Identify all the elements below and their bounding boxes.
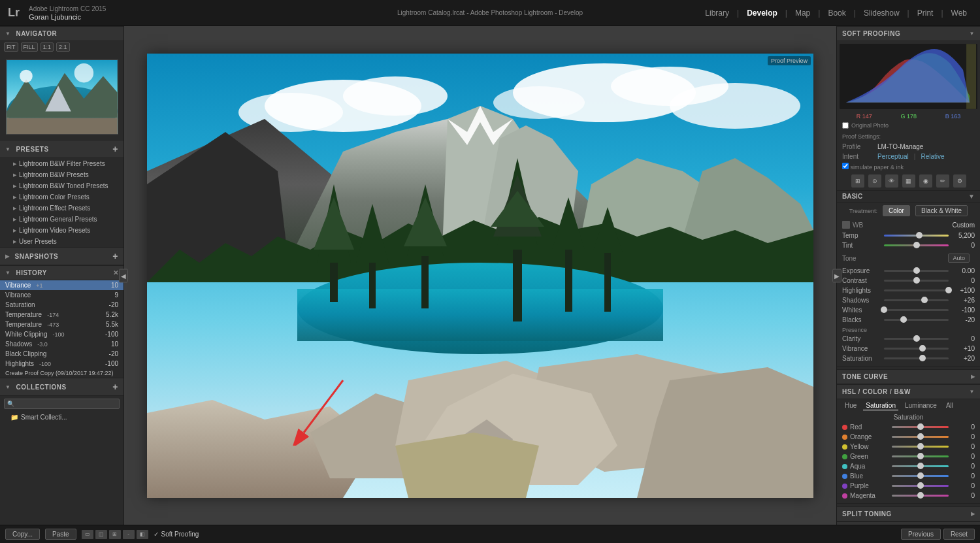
shadows-track[interactable] <box>884 299 949 301</box>
radial-filter-tool[interactable]: ◉ <box>919 174 932 188</box>
snapshots-header[interactable]: ▶ Snapshots + <box>0 247 123 265</box>
split-toning-header[interactable]: Split Toning ▶ <box>837 506 980 521</box>
hsl-tab-saturation[interactable]: Saturation <box>863 401 898 410</box>
nav-map[interactable]: Map <box>790 6 815 20</box>
soft-proofing-header[interactable]: Soft Proofing ▼ <box>837 26 980 41</box>
collections-search-input[interactable] <box>4 399 120 409</box>
contrast-thumb[interactable] <box>913 277 920 284</box>
tint-track[interactable] <box>884 244 949 246</box>
saturation-track[interactable] <box>884 357 949 359</box>
nav-book[interactable]: Book <box>823 6 851 20</box>
view-compare[interactable]: ◫ <box>95 530 107 539</box>
collections-add-btn[interactable]: + <box>112 382 118 392</box>
clarity-thumb[interactable] <box>913 335 920 342</box>
shadows-thumb[interactable] <box>921 297 928 303</box>
history-item[interactable]: Saturation -20 <box>0 300 123 310</box>
hsl-green-thumb[interactable] <box>917 453 924 459</box>
blacks-thumb[interactable] <box>900 316 907 323</box>
hsl-tab-hue[interactable]: Hue <box>842 401 859 410</box>
presets-add-btn[interactable]: + <box>112 144 118 154</box>
auto-btn[interactable]: Auto <box>948 254 970 263</box>
history-close[interactable]: ✕ <box>113 269 119 276</box>
preset-item[interactable]: ▶Lightroom Color Presets <box>0 191 123 203</box>
nav-slideshow[interactable]: Slideshow <box>858 6 905 20</box>
preset-item[interactable]: ▶Lightroom B&W Filter Presets <box>0 158 123 169</box>
nav-web[interactable]: Web <box>946 6 972 20</box>
preset-item[interactable]: ▶User Presets <box>0 236 123 247</box>
hsl-purple-track[interactable] <box>892 485 949 487</box>
tint-thumb[interactable] <box>913 242 920 248</box>
vibrance-thumb[interactable] <box>919 345 926 352</box>
highlights-track[interactable] <box>884 289 949 291</box>
temp-track[interactable] <box>884 235 949 237</box>
original-photo-checkbox[interactable] <box>842 122 849 129</box>
saturation-thumb[interactable] <box>919 355 926 361</box>
collections-item-smart[interactable]: 📁 Smart Collecti... <box>0 412 123 423</box>
view-before-after[interactable]: ◧ <box>137 530 148 539</box>
preset-item[interactable]: ▶Lightroom Video Presets <box>0 225 123 236</box>
hsl-aqua-track[interactable] <box>892 465 949 467</box>
collections-header[interactable]: ▼ Collections + <box>0 378 123 396</box>
history-header[interactable]: ▼ History ✕ <box>0 265 123 280</box>
wb-eyedropper[interactable] <box>842 221 850 229</box>
history-item[interactable]: Black Clipping -20 <box>0 349 123 359</box>
hsl-orange-track[interactable] <box>892 436 949 438</box>
preset-item[interactable]: ▶Lightroom B&W Presets <box>0 169 123 180</box>
right-panel-collapse[interactable]: ▶ <box>832 269 841 282</box>
history-item[interactable]: Temperature-174 5.2k <box>0 310 123 320</box>
proof-simulate-checkbox[interactable] <box>842 163 849 169</box>
navigator-header[interactable]: ▼ Navigator <box>0 26 123 41</box>
nav-library[interactable]: Library <box>700 6 734 20</box>
view-single[interactable]: ▭ <box>82 530 93 539</box>
snapshots-add-btn[interactable]: + <box>112 251 118 261</box>
whites-thumb[interactable] <box>881 306 887 313</box>
paste-btn[interactable]: Paste <box>45 529 76 540</box>
proof-intent-relative[interactable]: Relative <box>921 153 944 160</box>
clarity-track[interactable] <box>884 338 949 340</box>
settings-tool[interactable]: ⚙ <box>953 174 966 188</box>
preset-item[interactable]: ▶Lightroom General Presets <box>0 214 123 225</box>
history-item[interactable]: Shadows-3.0 10 <box>0 339 123 349</box>
exposure-thumb[interactable] <box>913 267 920 274</box>
navigator-thumbnail[interactable] <box>6 59 118 135</box>
hsl-tab-all[interactable]: All <box>943 401 956 410</box>
vibrance-track[interactable] <box>884 348 949 350</box>
history-item[interactable]: Vibrance 9 <box>0 290 123 300</box>
exposure-track[interactable] <box>884 270 949 272</box>
history-item[interactable]: Temperature-473 5.5k <box>0 320 123 329</box>
hsl-green-track[interactable] <box>892 455 949 457</box>
hsl-yellow-thumb[interactable] <box>917 443 924 450</box>
hsl-orange-thumb[interactable] <box>917 433 924 440</box>
left-panel-collapse[interactable]: ◀ <box>119 269 128 282</box>
hsl-tab-luminance[interactable]: Luminance <box>902 401 939 410</box>
history-item-vibrance-active[interactable]: Vibrance+1 10 <box>0 280 123 290</box>
zoom-2-1[interactable]: 2:1 <box>56 42 70 52</box>
highlights-thumb[interactable] <box>945 287 952 293</box>
history-item[interactable]: Highlights-100 -100 <box>0 359 123 369</box>
proof-intent-perceptual[interactable]: Perceptual <box>877 153 909 160</box>
basic-expand[interactable]: ▼ <box>968 193 975 200</box>
contrast-track[interactable] <box>884 280 949 282</box>
history-item-create-proof[interactable]: Create Proof Copy (09/10/2017 19:47:22) <box>0 369 123 378</box>
treatment-color-btn[interactable]: Color <box>883 205 910 216</box>
preset-item[interactable]: ▶Lightroom Effect Presets <box>0 203 123 214</box>
adjustment-brush-tool[interactable]: ✏ <box>936 174 949 188</box>
preset-item[interactable]: ▶Lightroom B&W Toned Presets <box>0 180 123 191</box>
zoom-1-1[interactable]: 1:1 <box>41 42 54 52</box>
previous-btn[interactable]: Previous <box>901 529 941 540</box>
hsl-header[interactable]: HSL / Color / B&W ▼ <box>837 384 980 399</box>
wb-value[interactable]: Custom <box>926 222 975 229</box>
hsl-magenta-thumb[interactable] <box>917 492 924 499</box>
view-survey[interactable]: ⊞ <box>109 530 121 539</box>
hsl-red-track[interactable] <box>892 426 949 428</box>
nav-develop[interactable]: Develop <box>742 6 783 20</box>
treatment-bw-btn[interactable]: Black & White <box>915 205 968 216</box>
whites-track[interactable] <box>884 309 949 311</box>
spot-removal-tool[interactable]: ⊙ <box>868 174 881 188</box>
tone-curve-header[interactable]: Tone Curve ▶ <box>837 369 980 384</box>
presets-header[interactable]: ▼ Presets + <box>0 140 123 158</box>
hsl-magenta-track[interactable] <box>892 495 949 497</box>
hsl-blue-thumb[interactable] <box>917 472 924 479</box>
hsl-red-thumb[interactable] <box>917 423 924 430</box>
graduated-filter-tool[interactable]: ▦ <box>902 174 915 188</box>
